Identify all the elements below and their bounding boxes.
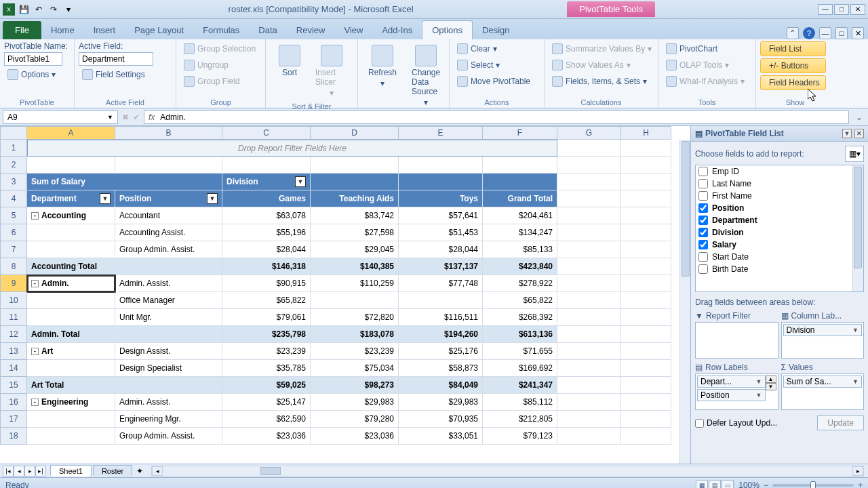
position-filter-dropdown[interactable]: ▼ [207,193,218,204]
cell[interactable]: $58,873 [399,360,483,377]
minimize-ribbon-icon[interactable]: ˄ [787,27,799,39]
cell[interactable] [621,309,671,326]
cell[interactable]: $194,260 [399,326,483,343]
tab-view[interactable]: View [334,21,372,39]
cell[interactable]: Division▼ [222,174,311,190]
cell[interactable]: $169,692 [483,360,557,377]
cell[interactable]: $70,935 [399,411,483,428]
cell[interactable]: $55,196 [222,224,311,241]
cell[interactable] [27,157,115,174]
cell[interactable]: $23,239 [222,343,311,360]
cell[interactable]: $29,983 [311,394,399,411]
cell[interactable]: $110,259 [311,275,399,292]
row-header[interactable]: 11 [0,309,27,326]
cell[interactable] [621,292,671,309]
col-header-F[interactable]: F [483,126,557,140]
field-checkbox[interactable] [698,167,708,176]
field-checkbox[interactable] [698,264,708,274]
refresh-button[interactable]: Refresh▾ [362,41,403,92]
cell[interactable]: Engineering Mgr. [115,411,222,428]
cell[interactable]: $23,036 [311,428,399,445]
cell[interactable]: $28,044 [399,241,483,258]
pivottable-name-input[interactable] [4,52,62,66]
cell[interactable]: $140,385 [311,258,399,275]
select-all-corner[interactable] [0,126,27,140]
cell[interactable] [621,360,671,377]
cell[interactable]: $90,915 [222,275,311,292]
cell[interactable]: $613,136 [483,326,557,343]
field-checkbox[interactable] [698,191,708,201]
cell[interactable]: -Admin. [27,275,115,292]
expand-formula-bar-icon[interactable]: ⌄ [853,111,865,123]
field-checkbox[interactable] [698,228,708,237]
cell[interactable]: $79,061 [222,309,311,326]
field-item[interactable]: Start Date [696,251,863,263]
cell[interactable] [621,411,671,428]
cell[interactable] [621,394,671,411]
cell[interactable] [557,394,621,411]
expand-collapse-icon[interactable]: - [31,399,39,406]
pill-department[interactable]: Depart...▼ [697,375,766,388]
active-field-input[interactable] [79,52,153,66]
cell[interactable]: $33,051 [399,428,483,445]
row-header[interactable]: 15 [0,377,27,394]
cell[interactable] [621,207,671,224]
zoom-knob[interactable] [810,481,816,489]
row-header[interactable]: 4 [0,190,27,207]
row-header[interactable]: 17 [0,411,27,428]
maximize-button[interactable]: □ [834,4,849,15]
cell[interactable]: Position▼ [115,190,222,207]
options-button[interactable]: Options ▾ [4,67,68,82]
file-tab[interactable]: File [3,21,41,39]
cell[interactable]: $77,748 [399,275,483,292]
cell[interactable]: $28,044 [222,241,311,258]
field-settings-button[interactable]: Field Settings [79,67,153,82]
cell[interactable] [483,174,557,190]
cell[interactable]: $62,590 [222,411,311,428]
row-labels-area[interactable]: Depart...▼ Position▼ ▲▼ [695,373,778,410]
col-header-D[interactable]: D [311,126,399,140]
cell[interactable] [557,140,621,157]
cell[interactable] [557,174,621,190]
cell[interactable]: Admin. Assist. [115,275,222,292]
field-item[interactable]: Emp ID [696,165,863,178]
hscroll-right-icon[interactable]: ▸ [852,466,863,476]
cell[interactable] [483,157,557,174]
change-data-source-button[interactable]: Change Data Source▾ [406,41,446,110]
cell[interactable] [621,174,671,190]
cell[interactable] [557,292,621,309]
horizontal-scrollbar[interactable]: ◂ ▸ [151,466,864,476]
pivotchart-button[interactable]: PivotChart [663,41,748,56]
cell[interactable]: Design Specialist [115,360,222,377]
cell[interactable]: Art Total [27,377,222,394]
cell[interactable] [557,258,621,275]
tab-design[interactable]: Design [473,21,519,39]
cell[interactable]: $137,137 [399,258,483,275]
cell[interactable]: Admin. Assist. [115,394,222,411]
olap-tools-button[interactable]: OLAP Tools ▾ [663,58,748,73]
cell[interactable] [557,157,621,174]
cell[interactable] [557,207,621,224]
cell[interactable]: $59,025 [222,377,311,394]
name-box[interactable]: A9▼ [3,110,118,124]
field-item[interactable]: Division [696,226,863,239]
hscroll-thumb[interactable] [260,467,281,475]
layout-options-button[interactable]: ▦▾ [845,146,864,162]
cell[interactable]: $35,785 [222,360,311,377]
expand-collapse-icon[interactable]: - [31,280,39,287]
cell[interactable]: $134,247 [483,224,557,241]
tab-home[interactable]: Home [41,21,84,39]
insert-slicer-button[interactable]: Insert Slicer▾ [309,41,353,101]
cell[interactable]: $116,511 [399,309,483,326]
row-header[interactable]: 13 [0,343,27,360]
new-sheet-icon[interactable]: ✦ [132,466,147,476]
row-header[interactable]: 16 [0,394,27,411]
field-item[interactable]: Salary [696,239,863,251]
row-header[interactable]: 18 [0,428,27,445]
cell[interactable]: $204,461 [483,207,557,224]
field-headers-toggle[interactable]: Field Headers [760,75,826,90]
row-order-spinner[interactable]: ▲▼ [766,375,776,408]
row-header[interactable]: 12 [0,326,27,343]
cell[interactable] [399,174,483,190]
ungroup-button[interactable]: Ungroup [180,58,259,73]
